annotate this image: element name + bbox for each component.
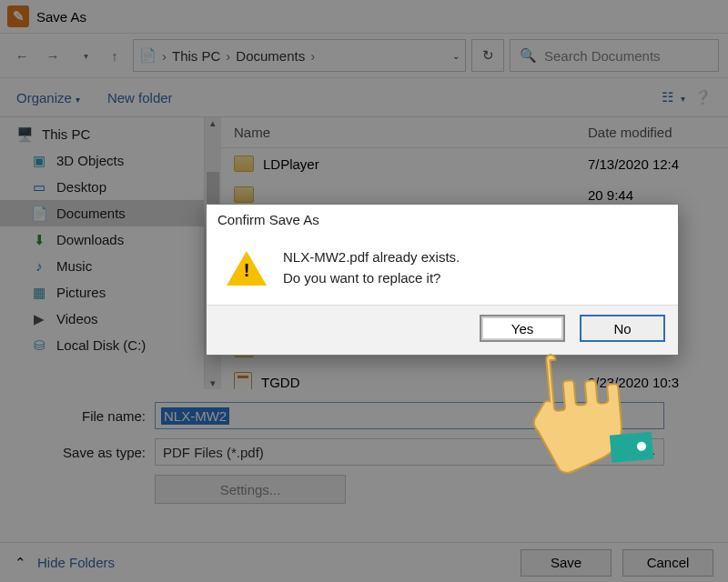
save-button[interactable]: Save xyxy=(521,549,612,577)
computer-icon: 🖥️ xyxy=(16,127,33,142)
dialog-message: NLX-MW2.pdf already exists. Do you want … xyxy=(283,247,460,288)
chevron-right-icon: › xyxy=(310,48,315,64)
warning-icon xyxy=(227,251,267,286)
window-title: Save As xyxy=(36,9,86,25)
cube-icon: ▣ xyxy=(31,154,47,168)
dialog-title: Confirm Save As xyxy=(207,205,678,235)
sidebar-item-videos[interactable]: ▶Videos xyxy=(0,306,204,332)
sidebar-item-music[interactable]: ♪Music xyxy=(0,253,204,279)
documents-icon: 📄 xyxy=(31,206,47,221)
app-icon: ✎ xyxy=(7,5,29,27)
toolbar: Organize▾ New folder ☷ ▾ ❔ xyxy=(0,78,728,116)
pdf-file-icon xyxy=(234,372,252,389)
settings-button[interactable]: Settings... xyxy=(155,475,346,504)
column-date[interactable]: Date modified xyxy=(582,117,728,147)
new-folder-button[interactable]: New folder xyxy=(107,90,173,105)
filename-label: File name: xyxy=(36,408,146,424)
sidebar: 🖥️ This PC ▣3D Objects ▭Desktop 📄Documen… xyxy=(0,117,205,389)
back-button[interactable]: ← xyxy=(9,43,35,68)
music-icon: ♪ xyxy=(31,259,47,274)
scroll-up-icon[interactable]: ▴ xyxy=(205,117,221,129)
save-type-label: Save as type: xyxy=(36,445,146,460)
address-dropdown[interactable]: ⌄ xyxy=(452,51,460,61)
folder-icon xyxy=(234,156,254,172)
sidebar-item-local-disk-c[interactable]: ⛁Local Disk (C:) xyxy=(0,332,204,358)
confirm-save-as-dialog: Confirm Save As NLX-MW2.pdf already exis… xyxy=(206,204,679,356)
file-name: TGDD xyxy=(261,375,300,390)
hide-folders-link[interactable]: Hide Folders xyxy=(37,555,115,570)
sidebar-item-desktop[interactable]: ▭Desktop xyxy=(0,174,204,200)
disk-icon: ⛁ xyxy=(31,338,47,353)
column-name[interactable]: Name xyxy=(221,117,582,147)
sidebar-this-pc[interactable]: 🖥️ This PC xyxy=(0,121,204,147)
search-box[interactable]: 🔍 Search Documents xyxy=(510,39,719,72)
footer: ⌃ Hide Folders Save Cancel xyxy=(0,542,728,582)
chevron-right-icon: › xyxy=(226,48,230,64)
recent-dropdown[interactable]: ▾ xyxy=(71,43,96,68)
download-icon: ⬇ xyxy=(31,233,47,247)
file-date: 7/13/2020 12:4 xyxy=(582,149,728,179)
cancel-button[interactable]: Cancel xyxy=(622,549,713,577)
title-bar: ✎ Save As xyxy=(0,0,728,33)
organize-menu[interactable]: Organize▾ xyxy=(16,90,80,105)
yes-button[interactable]: Yes xyxy=(480,315,565,342)
address-bar[interactable]: 📄 › This PC › Documents › ⌄ xyxy=(133,39,466,72)
sidebar-item-3d-objects[interactable]: ▣3D Objects xyxy=(0,147,204,174)
pointing-hand-cursor-icon xyxy=(518,332,674,480)
folder-icon xyxy=(234,186,254,203)
sidebar-item-pictures[interactable]: ▦Pictures xyxy=(0,279,204,306)
filename-value: NLX-MW2 xyxy=(161,407,229,425)
search-icon: 🔍 xyxy=(520,47,537,64)
sidebar-item-documents[interactable]: 📄Documents xyxy=(0,200,204,226)
list-header: Name Date modified xyxy=(221,117,728,148)
breadcrumb-documents[interactable]: Documents xyxy=(236,48,305,64)
breadcrumb-this-pc[interactable]: This PC xyxy=(172,48,220,64)
nav-bar: ← → ▾ ↑ 📄 › This PC › Documents › ⌄ ↻ 🔍 … xyxy=(0,33,728,78)
forward-button[interactable]: → xyxy=(40,43,66,68)
pictures-icon: ▦ xyxy=(31,286,47,300)
table-row[interactable]: LDPlayer7/13/2020 12:4 xyxy=(221,148,728,179)
videos-icon: ▶ xyxy=(31,312,47,326)
doc-icon: 📄 xyxy=(139,47,157,64)
chevron-right-icon: › xyxy=(162,48,167,64)
chevron-up-icon[interactable]: ⌃ xyxy=(15,555,26,571)
desktop-icon: ▭ xyxy=(31,180,47,195)
search-placeholder: Search Documents xyxy=(544,48,661,64)
file-name: LDPlayer xyxy=(263,156,319,172)
sidebar-item-downloads[interactable]: ⬇Downloads xyxy=(0,226,204,253)
view-options-button[interactable]: ☷ ▾ xyxy=(662,89,685,105)
refresh-button[interactable]: ↻ xyxy=(471,39,504,72)
scroll-down-icon[interactable]: ▾ xyxy=(205,377,221,389)
up-button[interactable]: ↑ xyxy=(102,43,127,68)
help-button[interactable]: ❔ xyxy=(694,89,712,105)
svg-rect-0 xyxy=(610,432,653,463)
